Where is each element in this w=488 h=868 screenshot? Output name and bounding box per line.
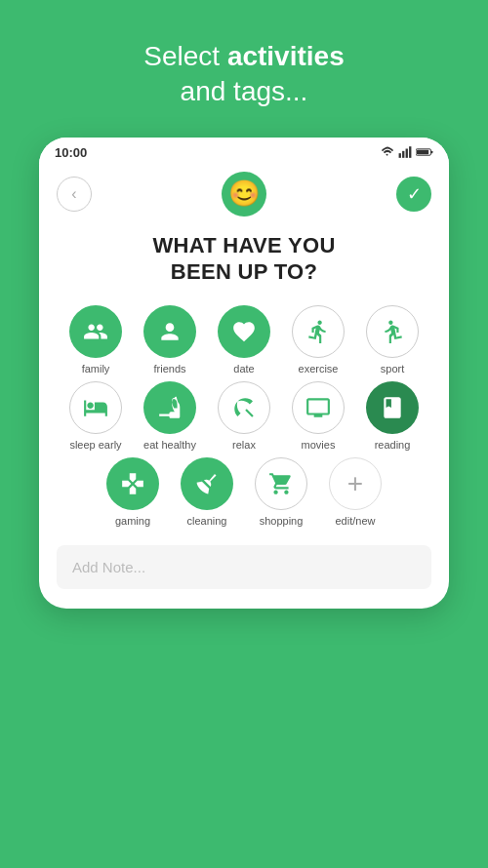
family-circle <box>69 305 122 358</box>
shopping-icon <box>268 471 294 496</box>
back-button[interactable]: ‹ <box>57 177 92 212</box>
status-time: 10:00 <box>55 145 87 160</box>
svg-rect-6 <box>431 151 433 154</box>
eat-healthy-circle <box>143 381 196 434</box>
header-line2: and tags... <box>181 76 308 106</box>
activity-edit-new[interactable]: + edit/new <box>323 457 387 528</box>
gaming-icon <box>120 471 145 496</box>
header-bold: activities <box>227 41 345 71</box>
activity-date[interactable]: date <box>212 305 276 375</box>
emoji-icon: 😊 <box>228 178 260 209</box>
sleep-early-circle <box>69 381 122 434</box>
activities-grid: family friends date <box>57 305 431 529</box>
emoji-avatar: 😊 <box>222 172 266 217</box>
movies-circle <box>292 381 345 434</box>
exercise-icon <box>305 319 331 344</box>
wifi-icon <box>381 145 394 159</box>
activity-row-3: gaming cleaning shopping + <box>57 457 431 528</box>
svg-rect-1 <box>402 151 404 158</box>
activity-family[interactable]: family <box>63 305 128 375</box>
svg-rect-5 <box>417 150 428 155</box>
add-note-bar[interactable]: Add Note... <box>57 545 431 589</box>
movies-label: movies <box>302 439 336 452</box>
date-label: date <box>233 363 254 375</box>
activity-reading[interactable]: reading <box>360 381 425 452</box>
plus-icon: + <box>347 468 363 499</box>
add-note-placeholder: Add Note... <box>72 559 145 575</box>
header-section: Select activities and tags... <box>143 39 344 110</box>
signal-icon <box>398 145 412 159</box>
cleaning-label: cleaning <box>187 515 227 528</box>
movies-icon <box>305 395 331 420</box>
date-circle <box>218 305 270 358</box>
status-bar: 10:00 <box>39 138 449 164</box>
question-title: WHAT HAVE YOUBEEN UP TO? <box>57 232 431 286</box>
relax-circle <box>218 381 270 434</box>
svg-rect-0 <box>399 153 401 158</box>
gaming-circle <box>106 457 159 510</box>
activity-sleep-early[interactable]: sleep early <box>63 381 128 452</box>
family-label: family <box>82 363 110 375</box>
eat-healthy-label: eat healthy <box>143 439 196 452</box>
edit-new-circle: + <box>329 457 382 510</box>
shopping-circle <box>255 457 307 510</box>
activity-cleaning[interactable]: cleaning <box>175 457 239 528</box>
exercise-circle <box>292 305 345 358</box>
friends-label: friends <box>153 363 185 375</box>
edit-new-label: edit/new <box>336 515 376 528</box>
reading-circle <box>366 381 419 434</box>
sleep-early-icon <box>83 395 108 420</box>
reading-icon <box>380 395 405 420</box>
activity-sport[interactable]: sport <box>360 305 425 375</box>
header-line1: Select activities <box>143 41 344 71</box>
friends-circle <box>143 305 196 358</box>
nav-bar: ‹ 😊 ✓ <box>57 164 431 232</box>
battery-icon <box>416 145 433 159</box>
relax-label: relax <box>232 439 256 452</box>
gaming-label: gaming <box>115 515 150 528</box>
check-icon: ✓ <box>407 183 422 205</box>
cleaning-icon <box>194 471 220 496</box>
sport-circle <box>366 305 419 358</box>
back-icon: ‹ <box>71 185 76 203</box>
svg-rect-3 <box>409 146 411 158</box>
friends-icon <box>157 319 183 344</box>
activity-movies[interactable]: movies <box>286 381 350 452</box>
relax-icon <box>231 395 257 420</box>
activity-friends[interactable]: friends <box>138 305 202 375</box>
family-icon <box>83 319 108 344</box>
activity-relax[interactable]: relax <box>212 381 276 452</box>
reading-label: reading <box>375 439 411 452</box>
status-icons <box>381 145 433 159</box>
activity-eat-healthy[interactable]: eat healthy <box>138 381 202 452</box>
exercise-label: exercise <box>299 363 339 375</box>
activity-shopping[interactable]: shopping <box>249 457 313 528</box>
check-button[interactable]: ✓ <box>396 177 431 212</box>
activity-row-2: sleep early eat healthy relax <box>57 381 431 452</box>
sport-label: sport <box>381 363 404 375</box>
activity-exercise[interactable]: exercise <box>286 305 350 375</box>
activity-gaming[interactable]: gaming <box>101 457 165 528</box>
sport-icon <box>380 319 405 344</box>
activity-row-1: family friends date <box>57 305 431 375</box>
cleaning-circle <box>181 457 233 510</box>
phone-content: ‹ 😊 ✓ WHAT HAVE YOUBEEN UP TO? family <box>39 164 449 610</box>
svg-rect-2 <box>406 149 408 158</box>
eat-healthy-icon <box>157 395 183 420</box>
phone-shell: 10:00 ‹ 😊 ✓ WHAT HAVE YOUBEEN UP TO? <box>39 138 449 610</box>
sleep-early-label: sleep early <box>69 439 121 452</box>
date-icon <box>231 319 257 344</box>
shopping-label: shopping <box>260 515 304 528</box>
